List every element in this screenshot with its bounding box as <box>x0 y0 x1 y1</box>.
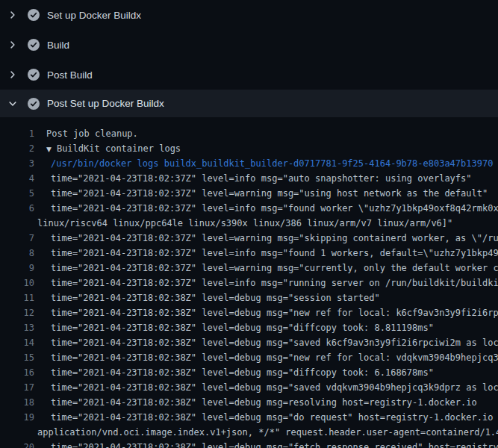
line-number[interactable]: 15 <box>0 352 34 363</box>
log-line-text: time="2021-04-23T18:02:38Z" level=debug … <box>51 308 498 318</box>
chevron-right-icon <box>7 40 18 50</box>
log-line-text: time="2021-04-23T18:02:38Z" level=debug … <box>51 352 498 363</box>
line-number[interactable]: 2 <box>0 143 34 154</box>
step-label: Post Build <box>47 69 93 81</box>
step-label: Build <box>47 40 69 51</box>
log-line-text: time="2021-04-23T18:02:37Z" level=info m… <box>51 203 498 214</box>
log-row: 3/usr/bin/docker logs buildx_buildkit_bu… <box>0 156 498 171</box>
log-row: 15time="2021-04-23T18:02:38Z" level=debu… <box>0 350 498 365</box>
log-row: 11time="2021-04-23T18:02:38Z" level=debu… <box>0 290 498 305</box>
log-row: 9time="2021-04-23T18:02:37Z" level=warni… <box>0 261 498 276</box>
log-line-text: time="2021-04-23T18:02:38Z" level=debug … <box>51 367 434 378</box>
log-row: 5time="2021-04-23T18:02:37Z" level=warni… <box>0 186 498 201</box>
line-number[interactable]: 5 <box>0 188 34 199</box>
line-number[interactable]: 7 <box>0 233 34 243</box>
step-label: Set up Docker Buildx <box>47 10 141 21</box>
log-line-text: linux/riscv64 linux/ppc64le linux/s390x … <box>37 218 452 228</box>
log-line-text: time="2021-04-23T18:02:38Z" level=debug … <box>51 412 498 423</box>
log-row: 14time="2021-04-23T18:02:38Z" level=debu… <box>0 335 498 350</box>
check-circle-icon <box>28 9 40 21</box>
log-group-header[interactable]: ▼BuildKit container logs <box>46 143 181 154</box>
step-row[interactable]: Post Build <box>0 60 498 90</box>
log-group-label: BuildKit container logs <box>57 143 181 154</box>
line-number[interactable]: 9 <box>0 263 34 273</box>
log-line-text: Post job cleanup. <box>46 128 138 139</box>
chevron-down-icon <box>7 99 18 109</box>
log-row: 7time="2021-04-23T18:02:37Z" level=warni… <box>0 231 498 246</box>
line-number[interactable]: 4 <box>0 173 34 184</box>
log-line-text: time="2021-04-23T18:02:37Z" level=info m… <box>51 173 472 184</box>
chevron-right-icon <box>7 10 18 20</box>
log-line-text: time="2021-04-23T18:02:38Z" level=debug … <box>51 382 498 393</box>
log-line-text: time="2021-04-23T18:02:37Z" level=info m… <box>51 278 498 288</box>
log-row: 13time="2021-04-23T18:02:38Z" level=debu… <box>0 320 498 335</box>
line-number[interactable]: 18 <box>0 397 34 408</box>
line-number[interactable]: 3 <box>0 158 34 169</box>
log-row: 20time="2021-04-23T18:02:38Z" level=debu… <box>0 440 498 448</box>
log-row: 2▼BuildKit container logs <box>0 141 498 156</box>
check-circle-icon <box>28 69 40 81</box>
log-row: application/vnd.oci.image.index.v1+json,… <box>0 425 498 440</box>
log-row: 1Post job cleanup. <box>0 126 498 141</box>
log-line-text: time="2021-04-23T18:02:38Z" level=debug … <box>51 337 498 348</box>
log-line-text: time="2021-04-23T18:02:38Z" level=debug … <box>51 442 498 448</box>
log-line-text: time="2021-04-23T18:02:37Z" level=info m… <box>51 248 498 258</box>
log-line-text: /usr/bin/docker logs buildx_buildkit_bui… <box>51 158 493 169</box>
disclosure-triangle-icon: ▼ <box>46 146 52 153</box>
chevron-right-icon <box>7 69 18 80</box>
line-number[interactable]: 20 <box>0 442 34 448</box>
step-label: Post Set up Docker Buildx <box>47 98 164 109</box>
line-number[interactable]: 19 <box>0 412 34 423</box>
log-line-text: time="2021-04-23T18:02:38Z" level=debug … <box>51 323 434 333</box>
log-line-text: application/vnd.oci.image.index.v1+json,… <box>37 427 498 438</box>
log-row: 17time="2021-04-23T18:02:38Z" level=debu… <box>0 380 498 395</box>
log-line-text: time="2021-04-23T18:02:37Z" level=warnin… <box>51 263 498 273</box>
steps-list: Set up Docker BuildxBuildPost BuildPost … <box>0 0 498 117</box>
step-row[interactable]: Set up Docker Buildx <box>0 0 498 30</box>
log-row: 18time="2021-04-23T18:02:38Z" level=debu… <box>0 395 498 410</box>
log-row: 19time="2021-04-23T18:02:38Z" level=debu… <box>0 410 498 425</box>
log-row: 16time="2021-04-23T18:02:38Z" level=debu… <box>0 365 498 380</box>
log-row: 6time="2021-04-23T18:02:37Z" level=info … <box>0 201 498 216</box>
line-number[interactable]: 1 <box>0 128 34 139</box>
log-row: linux/riscv64 linux/ppc64le linux/s390x … <box>0 216 498 231</box>
log-row: 4time="2021-04-23T18:02:37Z" level=info … <box>0 171 498 186</box>
log-row: 10time="2021-04-23T18:02:37Z" level=info… <box>0 276 498 290</box>
line-number[interactable]: 14 <box>0 337 34 348</box>
log-row: 8time="2021-04-23T18:02:37Z" level=info … <box>0 246 498 261</box>
log-line-text: time="2021-04-23T18:02:38Z" level=debug … <box>51 397 477 408</box>
line-number[interactable]: 8 <box>0 248 34 258</box>
line-number[interactable]: 11 <box>0 293 34 303</box>
line-number[interactable]: 16 <box>0 367 34 378</box>
step-row[interactable]: Post Set up Docker Buildx <box>0 90 498 117</box>
line-number[interactable]: 17 <box>0 382 34 393</box>
log-line-text: time="2021-04-23T18:02:37Z" level=warnin… <box>51 188 488 199</box>
line-number[interactable]: 13 <box>0 323 34 333</box>
step-row[interactable]: Build <box>0 30 498 60</box>
log-area: 1Post job cleanup.2▼BuildKit container l… <box>0 117 498 448</box>
log-line-text: time="2021-04-23T18:02:37Z" level=warnin… <box>51 233 498 243</box>
line-number[interactable]: 6 <box>0 203 34 214</box>
log-line-text: time="2021-04-23T18:02:38Z" level=debug … <box>51 293 380 303</box>
check-circle-icon <box>28 39 40 51</box>
line-number[interactable]: 10 <box>0 278 34 288</box>
check-circle-icon <box>28 98 40 110</box>
log-row: 12time="2021-04-23T18:02:38Z" level=debu… <box>0 305 498 320</box>
line-number[interactable]: 12 <box>0 308 34 318</box>
